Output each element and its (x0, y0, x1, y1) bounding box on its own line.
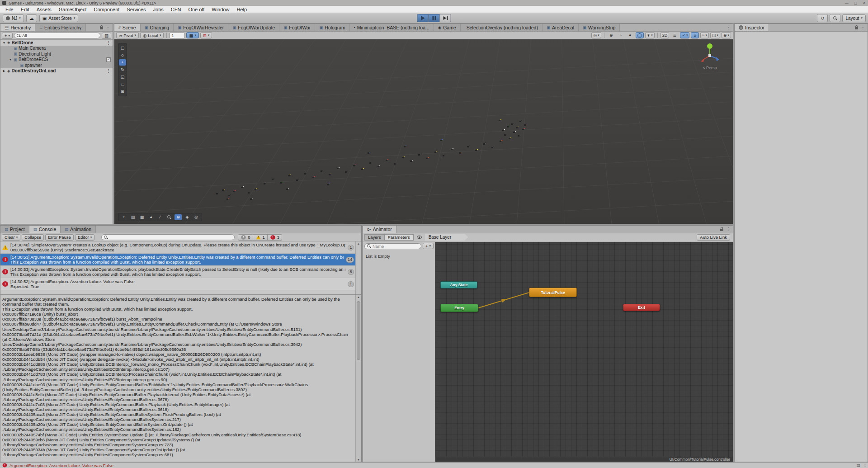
drone-entity[interactable] (321, 170, 322, 172)
scale-tool[interactable]: ◱ (119, 74, 126, 80)
drone-entity[interactable] (467, 146, 469, 147)
close-button[interactable]: ✕ (863, 1, 866, 5)
drone-entity[interactable] (222, 189, 224, 191)
drone-entity[interactable] (434, 151, 436, 153)
drone-entity[interactable] (288, 175, 290, 176)
console-search-input[interactable] (101, 234, 235, 240)
drone-entity[interactable] (499, 120, 500, 121)
frame-icon[interactable]: ▤ (129, 214, 137, 220)
pivot-dropdown[interactable]: ▱Pivot▾ (116, 32, 139, 38)
increment-snap-dropdown[interactable]: ⊞▾ (200, 32, 212, 38)
console-log-entry[interactable]: [14:30:52] ArgumentException: Assertion … (0, 278, 361, 290)
asset-store-button[interactable]: ▣ Asset Store ▾ (39, 14, 79, 22)
layers-tab[interactable]: Layers (364, 234, 385, 241)
drone-entity[interactable] (368, 152, 369, 154)
parameter-search-input[interactable]: Name (364, 243, 421, 249)
shading-sphere-icon[interactable]: ◕ (147, 214, 155, 220)
draw-mode-dropdown[interactable]: ◎▾ (591, 32, 601, 38)
kebab-icon[interactable]: ⋮ (726, 25, 731, 30)
drone-entity[interactable] (233, 191, 235, 192)
pan-icon[interactable]: + (120, 214, 127, 220)
perspective-label[interactable]: < Persp (693, 66, 726, 70)
drone-entity[interactable] (475, 150, 477, 151)
hierarchy-item[interactable]: Main Camera ✓ ⋮ (0, 46, 113, 52)
drone-entity[interactable] (443, 155, 444, 156)
drone-entity[interactable] (255, 189, 256, 190)
scene-view-tab[interactable]: SelectionOverlay (nothing loaded) (461, 24, 542, 31)
hierarchy-item[interactable]: spawner ✓ ⋮ (0, 62, 113, 68)
undo-history-button[interactable]: ↺ (817, 14, 828, 22)
lock-icon[interactable] (855, 27, 858, 29)
drone-entity[interactable] (522, 129, 524, 130)
console-log-entry[interactable]: [14:30:53] ArgumentException: System.Inv… (0, 254, 361, 266)
menu-item[interactable]: One off (184, 6, 208, 13)
scene-view-tab[interactable]: WarningStrip (579, 24, 620, 31)
menu-item[interactable]: Jobs (150, 6, 167, 13)
scene-lighting-toggle[interactable]: ⊕ (607, 32, 615, 38)
drone-entity[interactable] (502, 130, 504, 131)
clear-button[interactable]: Clear▾ (2, 234, 20, 241)
expand-arrow-icon[interactable] (2, 69, 6, 73)
scene-view-tab[interactable]: AreaDecal (542, 24, 579, 31)
scrollbar-thumb[interactable] (357, 301, 360, 360)
scene-view-tab[interactable]: Hologram (315, 24, 350, 31)
drone-entity[interactable] (394, 163, 396, 165)
status-bar[interactable]: ArgumentException: Assertion failure. Va… (0, 462, 868, 468)
pause-button[interactable] (429, 14, 440, 22)
expand-arrow-icon[interactable] (2, 41, 6, 44)
drone-entity[interactable] (304, 173, 306, 175)
drone-entity[interactable] (509, 138, 510, 139)
drone-entity[interactable] (516, 127, 518, 128)
drone-entity[interactable] (329, 174, 330, 175)
console-area-tab[interactable]: ▤ Project (0, 226, 29, 233)
drone-entity[interactable] (296, 180, 298, 181)
scene-viewport[interactable]: < Persp ▢ ◇ + ↻ ◱ ▭ ⊞ + ▤ ▦ ◕ ∕ ⊕ ◈ ◎ (114, 39, 733, 224)
rect-tool[interactable]: ▭ (119, 81, 126, 87)
activity-indicator-icon[interactable]: ◌ (864, 463, 866, 468)
play-button[interactable] (417, 14, 429, 22)
error-pause-button[interactable]: Error Pause (45, 234, 74, 241)
animator-state-node[interactable]: Any State (440, 281, 477, 288)
drone-entity[interactable] (345, 171, 347, 173)
drone-entity[interactable] (404, 146, 406, 147)
effects-dropdown[interactable]: ∗▾ (645, 32, 655, 38)
scene-fog-toggle[interactable]: ● (626, 32, 634, 38)
menu-item[interactable]: Help (233, 6, 250, 13)
drone-entity[interactable] (327, 184, 329, 185)
scene-audio-toggle[interactable]: ◔ (617, 32, 625, 38)
breadcrumb[interactable]: Base Layer (425, 234, 468, 241)
stats-toggle[interactable]: ≣ (670, 32, 679, 38)
kebab-icon[interactable]: ⋮ (106, 25, 110, 30)
scene-view-tab[interactable]: Game (434, 24, 461, 31)
drone-entity[interactable] (226, 199, 228, 200)
editor-dropdown[interactable]: Editor▾ (75, 234, 94, 241)
create-button[interactable]: +▾ (2, 33, 13, 39)
auto-live-link-button[interactable]: Auto Live Link (697, 234, 730, 241)
kebab-icon[interactable]: ⋮ (106, 68, 111, 73)
kebab-icon[interactable]: ⋮ (726, 227, 731, 232)
drone-entity[interactable] (312, 177, 314, 178)
drone-entity[interactable] (361, 169, 363, 170)
drone-entity[interactable] (241, 187, 243, 188)
menu-item[interactable]: Window (208, 6, 233, 13)
lock-icon[interactable] (100, 27, 103, 29)
cloud-services-button[interactable]: ☁ (26, 14, 37, 22)
drone-entity[interactable] (280, 182, 282, 184)
tab-hierarchy[interactable]: ☰ Hierarchy (0, 24, 35, 31)
scene-view-tab[interactable]: MinimapIcon_BASE (nothing loa... (350, 24, 434, 31)
maximize-button[interactable]: ▢ (854, 1, 858, 5)
console-area-tab[interactable]: ▤ Console (29, 226, 61, 233)
kebab-icon[interactable]: ⋮ (861, 25, 865, 30)
grid-snap-toggle[interactable]: ▦▾ (186, 32, 199, 38)
drone-entity[interactable] (459, 152, 461, 154)
drone-entity[interactable] (507, 126, 509, 128)
layout-dropdown[interactable]: Layout ▾ (842, 14, 866, 22)
skybox-toggle[interactable]: ◯ (636, 32, 644, 38)
menu-item[interactable]: Component (90, 6, 123, 13)
console-mini-icon[interactable]: ▤ (856, 463, 860, 468)
hierarchy-item[interactable]: Directional Light ✓ ⋮ (0, 51, 113, 57)
drone-entity[interactable] (286, 189, 288, 190)
drone-entity[interactable] (402, 157, 404, 158)
drone-entity[interactable] (228, 195, 230, 196)
hierarchy-item[interactable]: BeltDrone ✓ ⋮ (0, 40, 113, 46)
